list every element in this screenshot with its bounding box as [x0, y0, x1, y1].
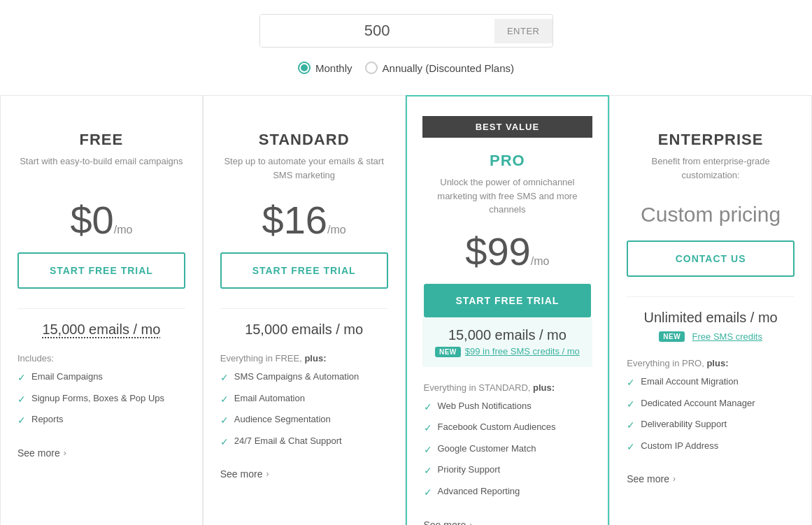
sms-credits-enterprise: NEW Free SMS credits — [627, 330, 795, 343]
see-more-arrow-icon: › — [64, 448, 66, 458]
feature-text: Email Automation — [234, 392, 305, 405]
feature-item: ✓ Reports — [17, 413, 185, 428]
plan-price-free: $0/mo — [17, 201, 185, 240]
feature-text: Signup Forms, Boxes & Pop Ups — [31, 392, 164, 405]
monthly-radio[interactable] — [298, 62, 311, 74]
new-badge-enterprise: NEW — [659, 331, 685, 342]
feature-text: Google Customer Match — [438, 443, 536, 455]
feature-text: Custom IP Address — [641, 440, 718, 452]
pro-emails-block: 15,000 emails / mo NEW$99 in free SMS cr… — [422, 317, 593, 367]
annually-radio[interactable] — [365, 62, 378, 74]
checkmark-icon: ✓ — [220, 393, 229, 407]
checkmark-icon: ✓ — [424, 422, 432, 436]
feature-text: 24/7 Email & Chat Support — [234, 435, 342, 447]
feature-text: SMS Campaigns & Automation — [234, 371, 359, 383]
feature-item: ✓ Email Account Migration — [627, 375, 795, 390]
see-more-free[interactable]: See more › — [17, 447, 185, 459]
annually-label: Annually (Discounted Plans) — [383, 62, 514, 74]
price-amount-pro: $99 — [465, 229, 530, 273]
plan-price-pro: $99/mo — [424, 232, 592, 271]
feature-text: Priority Support — [438, 463, 501, 476]
emails-section-free: 15,000 emails / mo — [17, 308, 185, 338]
plan-name-enterprise: ENTERPRISE — [627, 131, 795, 149]
features-intro-standard: Everything in FREE, plus: — [220, 353, 388, 364]
checkmark-icon: ✓ — [17, 371, 26, 385]
feature-item: ✓ Google Customer Match — [424, 443, 592, 457]
price-mo-pro: /mo — [531, 255, 550, 267]
price-amount-standard: $16 — [262, 198, 327, 242]
plan-desc-enterprise: Benefit from enterprise-grade customizat… — [627, 154, 795, 185]
plan-card-standard: STANDARDStep up to automate your emails … — [203, 95, 406, 525]
monthly-label: Monthly — [315, 62, 352, 74]
plan-card-pro: BEST VALUEPROUnlock the power of omnicha… — [406, 95, 610, 525]
checkmark-icon: ✓ — [17, 414, 26, 428]
emails-amount-standard: 15,000 emails / mo — [220, 322, 388, 338]
checkmark-icon: ✓ — [424, 486, 432, 500]
cta-btn-enterprise[interactable]: CONTACT US — [627, 240, 795, 277]
feature-list-enterprise: ✓ Email Account Migration ✓ Dedicated Ac… — [627, 375, 795, 461]
see-more-pro[interactable]: See more › — [424, 519, 592, 525]
plan-price-standard: $16/mo — [220, 201, 388, 240]
plan-desc-free: Start with easy-to-build email campaigns — [17, 154, 185, 185]
feature-text: Web Push Notifications — [438, 400, 532, 412]
see-more-label: See more — [17, 447, 60, 459]
feature-text: Email Campaigns — [31, 371, 103, 383]
plan-desc-pro: Unlock the power of omnichannel marketin… — [424, 175, 592, 217]
sms-label-enterprise: Free SMS credits — [692, 331, 762, 342]
feature-text: Audience Segmentation — [234, 413, 331, 426]
plan-name-standard: STANDARD — [220, 131, 388, 149]
feature-item: ✓ Email Campaigns — [17, 371, 185, 385]
checkmark-icon: ✓ — [627, 419, 635, 433]
enter-button[interactable]: ENTER — [494, 19, 553, 43]
see-more-arrow-icon: › — [673, 474, 676, 484]
checkmark-icon: ✓ — [424, 443, 432, 457]
feature-text: Deliverability Support — [641, 418, 727, 431]
features-intro-pro: Everything in STANDARD, plus: — [424, 382, 592, 393]
checkmark-icon: ✓ — [424, 464, 432, 478]
see-more-label: See more — [627, 473, 669, 484]
checkmark-icon: ✓ — [627, 398, 635, 412]
checkmark-icon: ✓ — [627, 440, 635, 454]
feature-text: Advanced Reporting — [438, 485, 520, 498]
feature-item: ✓ SMS Campaigns & Automation — [220, 371, 388, 385]
pro-emails-amount: 15,000 emails / mo — [434, 327, 582, 343]
feature-item: ✓ Dedicated Account Manager — [627, 397, 795, 412]
see-more-standard[interactable]: See more › — [220, 468, 388, 480]
cta-btn-free[interactable]: START FREE TRIAL — [17, 252, 185, 289]
price-amount-free: $0 — [70, 198, 113, 242]
feature-item: ✓ Custom IP Address — [627, 440, 795, 454]
feature-item: ✓ Audience Segmentation — [220, 413, 388, 428]
emails-section-enterprise: Unlimited emails / mo NEW Free SMS credi… — [627, 296, 795, 343]
checkmark-icon: ✓ — [220, 436, 229, 450]
plan-price-custom-enterprise: Custom pricing — [627, 201, 795, 228]
monthly-option[interactable]: Monthly — [298, 62, 352, 74]
see-more-enterprise[interactable]: See more › — [627, 473, 795, 484]
cta-btn-standard[interactable]: START FREE TRIAL — [220, 252, 388, 289]
see-more-label: See more — [220, 468, 263, 480]
see-more-label: See more — [424, 519, 466, 525]
see-more-arrow-icon: › — [469, 520, 472, 525]
annually-option[interactable]: Annually (Discounted Plans) — [365, 62, 514, 74]
best-value-banner: BEST VALUE — [422, 116, 593, 138]
emails-section-standard: 15,000 emails / mo — [220, 308, 388, 338]
plan-card-enterprise: ENTERPRISEBenefit from enterprise-grade … — [609, 95, 812, 525]
features-intro-enterprise: Everything in PRO, plus: — [627, 358, 795, 368]
emails-amount-free: 15,000 emails / mo — [17, 322, 185, 338]
feature-item: ✓ Signup Forms, Boxes & Pop Ups — [17, 392, 185, 407]
feature-item: ✓ Priority Support — [424, 463, 592, 478]
cta-btn-pro[interactable]: START FREE TRIAL — [424, 284, 592, 317]
feature-text: Dedicated Account Manager — [641, 397, 755, 410]
checkmark-icon: ✓ — [424, 401, 432, 415]
billing-toggle: Monthly Annually (Discounted Plans) — [298, 62, 514, 74]
feature-item: ✓ Deliverability Support — [627, 418, 795, 433]
feature-list-pro: ✓ Web Push Notifications ✓ Facebook Cust… — [424, 400, 592, 507]
plan-name-free: FREE — [17, 131, 185, 149]
price-mo-standard: /mo — [327, 224, 346, 236]
contacts-input-wrapper: ENTER — [259, 14, 553, 48]
checkmark-icon: ✓ — [220, 414, 229, 428]
top-section: ENTER Monthly Annually (Discounted Plans… — [0, 0, 812, 95]
checkmark-icon: ✓ — [220, 371, 229, 385]
contacts-input[interactable] — [260, 15, 494, 47]
feature-item: ✓ Web Push Notifications — [424, 400, 592, 415]
price-mo-free: /mo — [114, 224, 133, 236]
